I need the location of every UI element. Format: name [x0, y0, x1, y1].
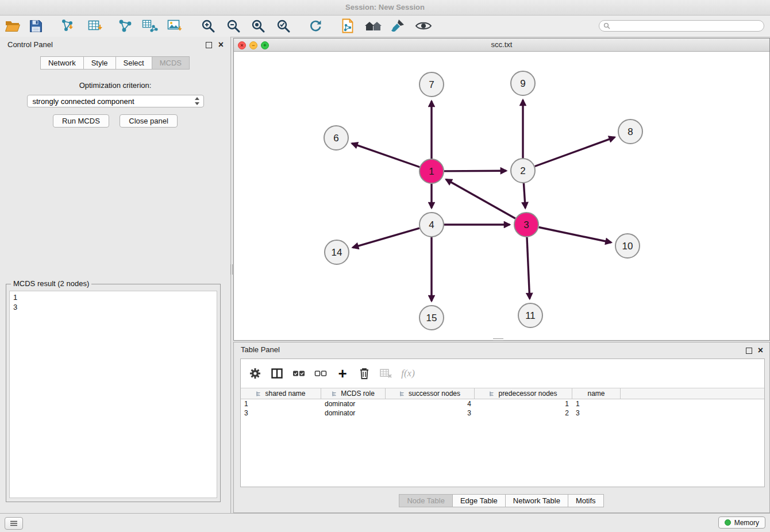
node-7[interactable]: 7	[419, 72, 444, 97]
column-header-predecessor-nodes[interactable]: predecessor nodes	[475, 388, 572, 399]
window-titlebar: Session: New Session	[0, 0, 770, 16]
mcds-result-text[interactable]: 1 3	[9, 291, 217, 498]
refresh-icon	[308, 18, 323, 33]
export-image-button[interactable]	[165, 17, 185, 35]
edge-1-2[interactable]	[444, 171, 506, 171]
maximize-window-icon[interactable]: +	[261, 41, 269, 49]
table-cell: 1	[241, 400, 321, 408]
zoom-selected-button[interactable]	[274, 17, 293, 35]
select-all-icon	[292, 369, 305, 377]
svg-text:11: 11	[525, 310, 536, 321]
status-bar: Memory	[0, 513, 770, 532]
deselect-all-icon	[314, 369, 327, 377]
table-cell: 3	[386, 409, 475, 417]
tab-select[interactable]: Select	[116, 56, 152, 70]
close-panel-icon[interactable]: ×	[218, 39, 224, 51]
log-console-button[interactable]	[5, 517, 23, 530]
svg-text:2: 2	[520, 165, 525, 176]
horizontal-splitter-handle[interactable]	[493, 338, 503, 341]
network-canvas[interactable]: 7968124314101511	[234, 51, 769, 340]
table-panel: Table Panel ×	[233, 342, 770, 513]
tab-network-table[interactable]: Network Table	[505, 494, 568, 507]
zoom-out-icon	[226, 18, 241, 33]
svg-text:10: 10	[622, 241, 633, 252]
node-6[interactable]: 6	[324, 126, 348, 150]
add-column-button[interactable]: +	[335, 366, 350, 381]
edge-3-10[interactable]	[539, 228, 611, 243]
node-3[interactable]: 3	[514, 213, 538, 237]
window-title: Session: New Session	[345, 3, 425, 11]
node-1[interactable]: 1	[419, 159, 444, 183]
column-header-successor-nodes[interactable]: successor nodes	[386, 388, 475, 399]
tab-style[interactable]: Style	[83, 56, 116, 70]
float-table-panel-icon[interactable]	[746, 348, 752, 354]
vertical-splitter-handle[interactable]	[230, 264, 233, 275]
deselect-all-columns-button[interactable]	[313, 366, 328, 381]
table-cell: 3	[572, 409, 621, 417]
table-row[interactable]: 1dominator411	[241, 399, 764, 408]
network-window-titlebar: × − + scc.txt	[234, 38, 769, 52]
node-15[interactable]: 15	[419, 306, 444, 330]
network-table-button[interactable]	[140, 17, 160, 35]
search-field[interactable]	[599, 20, 764, 32]
run-mcds-button[interactable]: Run MCDS	[53, 114, 109, 128]
open-folder-icon	[5, 20, 20, 32]
import-table-icon	[87, 18, 103, 33]
node-8[interactable]: 8	[618, 119, 642, 144]
node-4[interactable]: 4	[419, 213, 444, 237]
node-9[interactable]: 9	[511, 71, 535, 95]
open-file-button[interactable]	[3, 17, 22, 35]
tab-motifs[interactable]: Motifs	[568, 494, 604, 507]
minimize-window-icon[interactable]: −	[249, 41, 257, 49]
tab-mcds[interactable]: MCDS	[152, 56, 190, 70]
zoom-fit-button[interactable]	[248, 17, 268, 35]
memory-button[interactable]: Memory	[718, 516, 765, 529]
edge-1-6[interactable]	[352, 144, 419, 167]
svg-text:9: 9	[520, 78, 525, 89]
zoom-in-button[interactable]	[198, 17, 218, 35]
import-network-button[interactable]	[58, 17, 78, 35]
svg-text:6: 6	[333, 133, 338, 144]
column-header-shared-name[interactable]: shared name	[241, 388, 321, 399]
delete-column-button[interactable]	[357, 366, 372, 381]
refresh-button[interactable]	[306, 17, 325, 35]
show-columns-button[interactable]	[270, 366, 284, 381]
select-all-columns-button[interactable]	[291, 366, 306, 381]
node-2[interactable]: 2	[511, 159, 535, 183]
attribute-icon	[332, 391, 338, 397]
network-window-title: scc.txt	[491, 40, 513, 49]
table-settings-button[interactable]	[248, 366, 263, 381]
criterion-dropdown[interactable]: strongly connected component	[27, 95, 204, 107]
float-panel-icon[interactable]	[206, 42, 212, 48]
export-image-icon	[167, 19, 183, 33]
node-14[interactable]: 14	[325, 240, 349, 264]
home-button[interactable]	[363, 17, 383, 35]
close-panel-button[interactable]: Close panel	[120, 114, 178, 128]
save-session-button[interactable]	[26, 17, 45, 35]
edge-3-11[interactable]	[527, 237, 530, 299]
edge-4-14[interactable]	[353, 228, 419, 248]
home-icon	[364, 19, 382, 33]
import-table-button[interactable]	[86, 17, 105, 35]
apply-style-button[interactable]	[388, 17, 407, 35]
column-header-mcds-role[interactable]: MCDS role	[321, 388, 386, 399]
search-input[interactable]	[613, 21, 764, 30]
manage-networks-button[interactable]	[338, 17, 357, 35]
edge-3-1[interactable]	[446, 179, 515, 218]
edge-2-3[interactable]	[523, 183, 525, 208]
close-window-icon[interactable]: ×	[238, 41, 246, 49]
edge-2-8[interactable]	[535, 137, 615, 167]
node-11[interactable]: 11	[518, 303, 542, 327]
tab-node-table[interactable]: Node Table	[399, 494, 453, 507]
tab-network[interactable]: Network	[40, 56, 84, 70]
delete-table-button-disabled	[379, 366, 394, 381]
new-network-button[interactable]	[116, 17, 135, 35]
table-row[interactable]: 3dominator323	[241, 408, 764, 418]
zoom-out-button[interactable]	[224, 17, 243, 35]
show-hide-button[interactable]	[414, 17, 433, 35]
node-10[interactable]: 10	[615, 234, 640, 258]
tab-edge-table[interactable]: Edge Table	[452, 494, 506, 507]
column-header-name[interactable]: name	[572, 388, 621, 399]
close-table-panel-icon[interactable]: ×	[758, 345, 763, 356]
node-table: + f(x)	[240, 358, 765, 487]
